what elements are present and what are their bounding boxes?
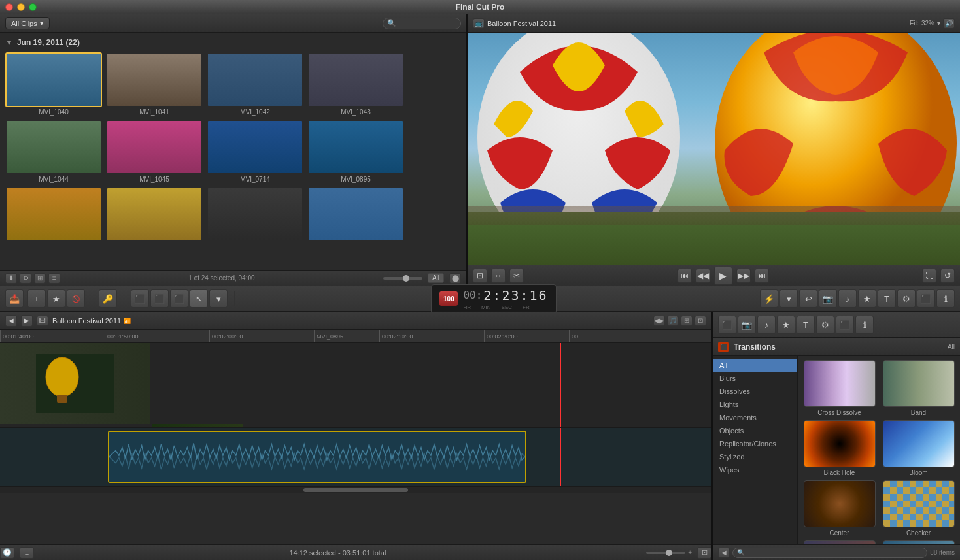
transition-cross-dissolve[interactable]: Cross Dissolve xyxy=(802,360,877,416)
transitions-all-button[interactable]: All xyxy=(948,343,955,350)
maximize-button[interactable] xyxy=(29,3,37,11)
sidebar-item-movements[interactable]: Movements xyxy=(713,411,797,424)
tl-view-icon[interactable]: ⊡ xyxy=(694,316,706,326)
crop-icon[interactable]: ✂ xyxy=(509,269,524,283)
tl-forward-button[interactable]: ▶ xyxy=(21,315,33,327)
rpt-btn3[interactable]: ♪ xyxy=(757,316,776,334)
effects-icon[interactable]: ★ xyxy=(858,289,876,308)
text-icon[interactable]: T xyxy=(878,289,896,308)
transition-band[interactable]: Band xyxy=(881,360,956,416)
transitions-search-input[interactable]: 🔍 xyxy=(732,548,927,558)
list-item[interactable]: MVI_0714 xyxy=(207,120,303,183)
transition-bloom[interactable]: Bloom xyxy=(881,420,956,476)
snapping-icon[interactable]: ⚡ xyxy=(760,289,778,308)
fit-to-window-icon[interactable]: ⊡ xyxy=(473,269,487,283)
position-icon[interactable]: ⬛ xyxy=(150,289,169,308)
list-item[interactable]: MVI_1042 xyxy=(207,52,303,116)
info-icon[interactable]: ℹ xyxy=(936,289,955,308)
transition-center[interactable]: Center xyxy=(802,480,877,536)
sidebar-item-objects[interactable]: Objects xyxy=(713,424,797,437)
snapping-chevron-icon[interactable]: ▾ xyxy=(780,289,798,308)
undo-icon[interactable]: ↩ xyxy=(799,289,817,308)
rpt-btn1[interactable]: ⬛ xyxy=(718,316,736,334)
rpt-btn4[interactable]: ★ xyxy=(777,316,795,334)
range-icon[interactable]: ⬛ xyxy=(170,289,188,308)
fullscreen-icon[interactable]: ⛶ xyxy=(922,269,936,283)
rpt-btn7[interactable]: ⬛ xyxy=(836,316,854,334)
playhead[interactable] xyxy=(560,343,561,427)
close-button[interactable] xyxy=(5,3,13,11)
clip-selector[interactable]: All Clips ▾ xyxy=(5,17,50,29)
list-item[interactable] xyxy=(5,187,102,243)
viewer-fit[interactable]: Fit: 32% ▾ xyxy=(910,20,940,27)
list-item[interactable]: MVI_1045 xyxy=(106,120,203,183)
collapse-arrow-icon[interactable]: ▼ xyxy=(5,38,13,47)
play-button[interactable]: ▶ xyxy=(714,267,732,285)
reject-icon[interactable]: 🚫 xyxy=(67,289,85,308)
list-item[interactable] xyxy=(106,187,203,243)
sidebar-item-all[interactable]: All xyxy=(713,359,797,372)
refresh-icon[interactable]: ↺ xyxy=(940,269,955,283)
fit-timeline-icon[interactable]: ⊡ xyxy=(697,547,711,559)
list-item[interactable]: MVI_1043 xyxy=(307,52,404,116)
list-item[interactable]: MVI_1041 xyxy=(106,52,203,116)
media-import-icon[interactable]: 📥 xyxy=(5,289,24,308)
favorite-icon[interactable]: ★ xyxy=(47,289,65,308)
all-button[interactable]: All xyxy=(428,273,444,283)
transition-black-hole[interactable]: Black Hole xyxy=(802,420,877,476)
list-item[interactable]: MVI_1040 xyxy=(5,52,102,116)
sidebar-item-dissolves[interactable]: Dissolves xyxy=(713,385,797,398)
timeline-scrollbar[interactable] xyxy=(0,487,711,493)
sidebar-item-replicator[interactable]: Replicator/Clones xyxy=(713,437,797,450)
tl-zoom-slider[interactable] xyxy=(646,552,685,554)
tl-append-icon[interactable]: ◀▶ xyxy=(653,316,665,326)
sidebar-item-lights[interactable]: Lights xyxy=(713,398,797,411)
zoom-slider[interactable] xyxy=(383,277,422,280)
minimize-button[interactable] xyxy=(17,3,25,11)
settings-icon[interactable]: ⚙ xyxy=(20,273,31,284)
timeline-clip[interactable] xyxy=(0,343,150,424)
scrollbar-thumb[interactable] xyxy=(303,488,408,492)
step-back-icon[interactable]: ◀◀ xyxy=(696,269,710,283)
step-forward-icon[interactable]: ▶▶ xyxy=(736,269,751,283)
transform-icon[interactable]: ↔ xyxy=(491,269,506,283)
sidebar-item-blurs[interactable]: Blurs xyxy=(713,372,797,385)
view-grid-icon[interactable]: ⊞ xyxy=(34,273,46,284)
audio-icon[interactable]: 🔊 xyxy=(943,18,955,29)
skip-back-icon[interactable]: ⏮ xyxy=(677,269,692,283)
add-clip-icon[interactable]: + xyxy=(27,289,46,308)
select-icon[interactable]: ↖ xyxy=(190,289,208,308)
view-list-icon[interactable]: ≡ xyxy=(48,273,60,284)
zoom-in-icon[interactable]: + xyxy=(688,549,692,556)
filter-icon[interactable]: ⬤ xyxy=(449,273,461,284)
sidebar-item-stylized[interactable]: Stylized xyxy=(713,450,797,463)
import-icon[interactable]: ⬇ xyxy=(5,273,17,284)
tl-audio-icon[interactable]: 🎵 xyxy=(667,316,679,326)
transition-checker[interactable]: Checker xyxy=(881,480,956,536)
rpt-btn8[interactable]: ℹ xyxy=(855,316,874,334)
list-item[interactable]: MVI_1044 xyxy=(5,120,102,183)
list-item[interactable] xyxy=(207,187,303,243)
skip-forward-icon[interactable]: ⏭ xyxy=(755,269,769,283)
browser-search-input[interactable]: 🔍 xyxy=(383,18,461,29)
tl-back-button[interactable]: ◀ xyxy=(5,315,17,327)
trim-icon[interactable]: ⬛ xyxy=(131,289,149,308)
audio-icon[interactable]: ♪ xyxy=(838,289,857,308)
sidebar-item-wipes[interactable]: Wipes xyxy=(713,463,797,476)
tl-snap-icon[interactable]: ⊞ xyxy=(681,316,693,326)
list-icon[interactable]: ≡ xyxy=(20,547,34,559)
rpt-btn2[interactable]: 📷 xyxy=(738,316,756,334)
rpt-btn5[interactable]: T xyxy=(797,316,815,334)
keyword-icon[interactable]: 🔑 xyxy=(99,289,117,308)
trans-back-icon[interactable]: ◀ xyxy=(718,548,730,558)
zoom-out-icon[interactable]: - xyxy=(642,549,643,556)
audio-waveform[interactable] xyxy=(108,431,526,483)
list-item[interactable] xyxy=(307,187,404,243)
snapshot-icon[interactable]: 📷 xyxy=(819,289,837,308)
select-chevron-icon[interactable]: ▾ xyxy=(209,289,228,308)
clock-icon[interactable]: 🕐 xyxy=(0,547,14,559)
rpt-btn6[interactable]: ⚙ xyxy=(816,316,834,334)
list-item[interactable]: MVI_0895 xyxy=(307,120,404,183)
generator-icon[interactable]: ⚙ xyxy=(897,289,916,308)
share-icon[interactable]: ⬛ xyxy=(917,289,935,308)
